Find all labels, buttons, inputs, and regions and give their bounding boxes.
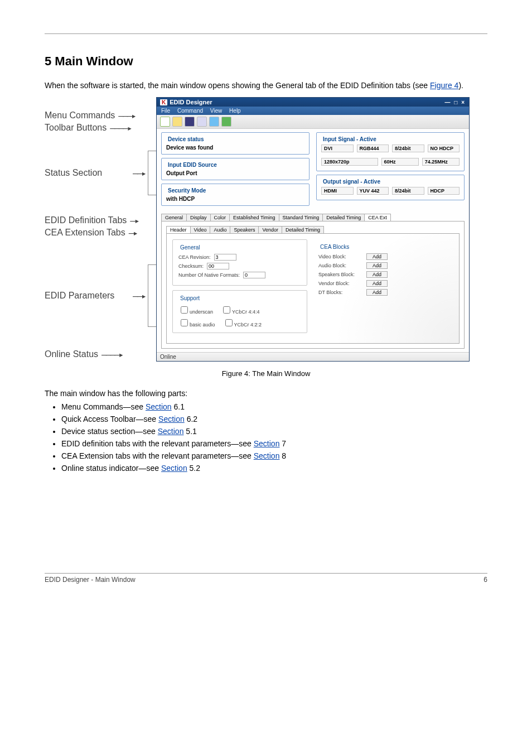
group-general: General bbox=[178, 244, 202, 251]
cea-extension-tabs: Header Video Audio Speakers Vendor Detai… bbox=[166, 226, 460, 233]
tab-audio[interactable]: Audio bbox=[210, 226, 230, 233]
checkbox-basic-audio[interactable]: basic audio bbox=[178, 317, 215, 328]
group-support: Support bbox=[178, 295, 201, 301]
annotated-figure: Menu Commands ———▸ Toolbar Buttons ————▸… bbox=[45, 97, 487, 362]
menu-file[interactable]: File bbox=[161, 108, 170, 114]
callout-edid-def-tabs: EDID Definition Tabs bbox=[45, 215, 127, 225]
section-link[interactable]: Section bbox=[158, 415, 185, 423]
tab-vendor[interactable]: Vendor bbox=[258, 226, 282, 233]
footer-right: 6 bbox=[483, 576, 487, 584]
checkbox-ycbcr444[interactable]: YCbCr 4:4:4 bbox=[221, 305, 260, 315]
section-heading: 5 Main Window bbox=[45, 54, 487, 69]
add-speakers-block-button[interactable]: Add bbox=[366, 271, 388, 278]
add-vendor-block-button[interactable]: Add bbox=[366, 280, 388, 287]
section-link[interactable]: Section bbox=[146, 402, 172, 411]
parts-list: Menu Commands—see Section 6.1 Quick Acce… bbox=[61, 402, 487, 473]
checkbox-ycbcr422[interactable]: YCbCr 4:2:2 bbox=[223, 317, 262, 328]
sig-cell: 74.25MHz bbox=[422, 158, 460, 166]
read-edid-icon[interactable] bbox=[221, 117, 231, 127]
device-status-msg: Device was found bbox=[166, 145, 304, 151]
list-item: CEA Extension tabs with the relevant par… bbox=[61, 451, 487, 460]
sig-cell: RGB444 bbox=[357, 145, 389, 152]
menu-help[interactable]: Help bbox=[229, 108, 241, 114]
window-title: EDID Designer bbox=[170, 99, 212, 105]
sig-cell: HDCP bbox=[428, 187, 460, 195]
page-footer: EDID Designer - Main Window 6 bbox=[45, 573, 487, 584]
window-titlebar: K EDID Designer — □ × bbox=[157, 98, 469, 107]
sig-cell: DVI bbox=[321, 145, 354, 152]
arrow-icon: —▸ bbox=[130, 215, 138, 226]
checkbox-underscan[interactable]: underscan bbox=[178, 305, 213, 315]
section-link[interactable]: Section bbox=[161, 464, 187, 473]
tab-general[interactable]: General bbox=[161, 214, 187, 221]
list-item: Online status indicator—see Section 5.2 bbox=[61, 464, 487, 473]
callout-online-status: Online Status bbox=[45, 349, 98, 359]
footer-left: EDID Designer - Main Window bbox=[45, 576, 136, 584]
intro-text-suffix: ). bbox=[458, 81, 463, 90]
add-dt-block-button[interactable]: Add bbox=[366, 289, 388, 296]
list-item: Menu Commands—see Section 6.1 bbox=[61, 402, 487, 411]
tab-detailed-timing[interactable]: Detailed Timing bbox=[322, 214, 365, 221]
arrow-icon: ——▸ bbox=[133, 291, 146, 301]
after-figure-text: The main window has the following parts: bbox=[45, 389, 487, 398]
sig-cell: 8/24bit bbox=[392, 145, 424, 152]
label-audio-block: Audio Block: bbox=[318, 263, 363, 268]
group-device-status: Device status bbox=[166, 136, 205, 142]
arrow-icon: ————▸ bbox=[110, 123, 131, 133]
tab-video[interactable]: Video bbox=[190, 226, 211, 233]
tab-header[interactable]: Header bbox=[166, 226, 191, 233]
label-native-formats: Number Of Native Formats: bbox=[178, 272, 240, 278]
label-cea-revision: CEA Revision: bbox=[178, 254, 211, 260]
section-link[interactable]: Section bbox=[158, 427, 184, 436]
label-dt-blocks: DT Blocks: bbox=[318, 290, 363, 295]
app-window: K EDID Designer — □ × File Command View … bbox=[156, 97, 470, 362]
edid-definition-tabs: General Display Color Established Timing… bbox=[161, 214, 465, 221]
callout-status-section: Status Section bbox=[45, 168, 102, 177]
arrow-icon: ——▸ bbox=[133, 168, 146, 179]
group-input-signal: Input Signal - Active bbox=[321, 136, 378, 142]
menu-command[interactable]: Command bbox=[177, 108, 203, 114]
label-checksum: Checksum: bbox=[178, 263, 204, 269]
arrow-icon: ———▸ bbox=[118, 110, 136, 121]
figure-caption: Figure 4: The Main Window bbox=[45, 369, 487, 378]
label-vendor-block: Vendor Block: bbox=[318, 281, 363, 286]
new-icon[interactable] bbox=[160, 117, 170, 127]
tab-cea-ext[interactable]: CEA Ext bbox=[364, 214, 391, 221]
device-icon[interactable] bbox=[197, 117, 207, 127]
list-item: Quick Access Toolbar—see Section 6.2 bbox=[61, 415, 487, 423]
intro-paragraph: When the software is started, the main w… bbox=[45, 80, 487, 92]
tab-speakers[interactable]: Speakers bbox=[230, 226, 259, 233]
callout-menu-commands: Menu Commands bbox=[45, 110, 115, 121]
menu-bar: File Command View Help bbox=[157, 107, 469, 115]
open-icon[interactable] bbox=[172, 117, 182, 127]
input-cea-revision[interactable] bbox=[214, 254, 236, 261]
tab-detailed-timing[interactable]: Detailed Timing bbox=[282, 226, 324, 233]
input-checksum[interactable] bbox=[207, 263, 229, 269]
tab-display[interactable]: Display bbox=[186, 214, 211, 221]
add-video-block-button[interactable]: Add bbox=[366, 253, 388, 260]
group-input-edid-source: Input EDID Source bbox=[166, 162, 219, 168]
tab-standard-timing[interactable]: Standard Timing bbox=[279, 214, 323, 221]
input-native-formats[interactable] bbox=[243, 272, 265, 278]
menu-view[interactable]: View bbox=[210, 108, 223, 114]
list-item: Device status section—see Section 5.1 bbox=[61, 427, 487, 436]
security-mode-msg: with HDCP bbox=[166, 196, 304, 202]
tab-color[interactable]: Color bbox=[210, 214, 230, 221]
label-video-block: Video Block: bbox=[318, 254, 363, 259]
sig-cell: HDMI bbox=[321, 187, 354, 195]
callout-cea-ext-tabs: CEA Extension Tabs bbox=[45, 228, 125, 238]
section-link[interactable]: Section bbox=[254, 439, 280, 448]
sig-cell: 1280x720p bbox=[321, 158, 378, 166]
window-control-icons[interactable]: — □ × bbox=[445, 99, 466, 105]
online-status-text: Online bbox=[160, 354, 176, 360]
add-audio-block-button[interactable]: Add bbox=[366, 262, 388, 269]
input-edid-msg: Output Port bbox=[166, 170, 304, 176]
write-edid-icon[interactable] bbox=[209, 117, 219, 127]
section-link[interactable]: Section bbox=[254, 451, 280, 460]
group-cea-blocks: CEA Blocks bbox=[318, 244, 351, 250]
sig-cell: 8/24bit bbox=[392, 187, 424, 195]
save-icon[interactable] bbox=[185, 117, 195, 127]
figure-link[interactable]: Figure 4 bbox=[430, 81, 458, 90]
status-bar: Online bbox=[157, 352, 469, 361]
tab-established-timing[interactable]: Established Timing bbox=[229, 214, 279, 221]
